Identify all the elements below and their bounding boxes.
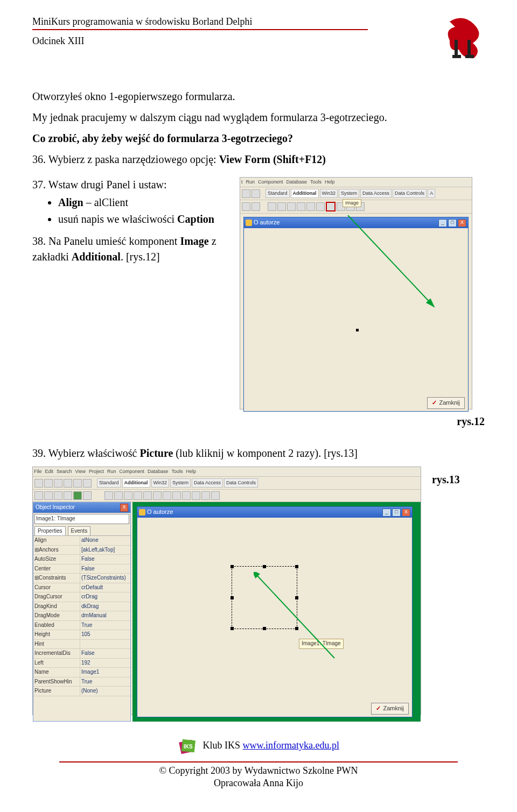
component-icon bbox=[201, 491, 210, 500]
toolbar-row-1: Standard Additional Win32 System Data Ac… bbox=[33, 477, 421, 490]
component-icon bbox=[143, 491, 152, 500]
app-icon bbox=[139, 509, 145, 516]
tab-standard: Standard bbox=[97, 478, 121, 488]
run-icon bbox=[73, 491, 82, 500]
tab-win32: Win32 bbox=[151, 478, 170, 488]
component-icon bbox=[192, 491, 200, 500]
screenshot-rys12: t Run Component Database Tools Help Stan… bbox=[240, 177, 472, 409]
tool-icon bbox=[64, 491, 72, 500]
prop-row: ⊞Constraints(TSizeConstraints) bbox=[33, 574, 130, 583]
component-icon bbox=[182, 491, 191, 500]
step-37-bullet-1: Align – alClient bbox=[58, 195, 232, 210]
svg-rect-3 bbox=[465, 55, 474, 58]
minimize-icon: _ bbox=[382, 509, 391, 517]
step-37-bullet-2: usuń napis we właściwości Caption bbox=[58, 211, 232, 227]
prop-row: Picture(None) bbox=[33, 687, 130, 696]
prop-row: AutoSizeFalse bbox=[33, 555, 130, 564]
screenshot-rys13: File Edit Search View Project Run Compon… bbox=[32, 467, 421, 715]
close-button: ✓ Zamknij bbox=[427, 397, 465, 409]
prop-row: Height105 bbox=[33, 630, 130, 640]
property-grid: AlignalNone ⊞Anchors[akLeft,akTop] AutoS… bbox=[33, 535, 130, 721]
tab-standard: Standard bbox=[266, 189, 290, 198]
oi-title-text: Object Inspector bbox=[36, 504, 75, 512]
resize-handle bbox=[230, 596, 234, 599]
tool-icon bbox=[251, 202, 260, 211]
tab-system: System bbox=[339, 189, 359, 198]
tool-icon bbox=[34, 479, 43, 488]
step-36: 36. Wybierz z paska narzędziowego opcję:… bbox=[32, 152, 485, 167]
question: Co zrobić, aby żeby wejść do formularza … bbox=[32, 131, 485, 146]
tab-data-access: Data Access bbox=[360, 189, 392, 198]
tool-icon bbox=[54, 479, 62, 488]
maximize-icon: □ bbox=[448, 219, 457, 227]
iks-logo-icon: IKS bbox=[178, 737, 197, 756]
tool-icon bbox=[34, 491, 43, 500]
resize-handle bbox=[230, 565, 234, 568]
episode-label: Odcinek XIII bbox=[32, 36, 442, 47]
copyright-line-1: © Copyright 2003 by Wydawnictwo Szkolne … bbox=[32, 765, 485, 777]
component-icon bbox=[114, 491, 123, 500]
resize-handle bbox=[295, 627, 298, 630]
toolbar-row-2 bbox=[33, 490, 421, 502]
prop-row: NameImage1 bbox=[33, 668, 130, 677]
close-icon: X bbox=[402, 509, 410, 517]
tab-system: System bbox=[170, 478, 191, 488]
resize-handle bbox=[263, 627, 266, 630]
form-window: O autorze _ □ X ✓ Zamknij bbox=[243, 217, 469, 412]
prop-row: DragModedmManual bbox=[33, 611, 130, 621]
copyright-line-2: Opracowała Anna Kijo bbox=[32, 777, 485, 789]
tool-icon bbox=[44, 479, 53, 488]
svg-rect-2 bbox=[452, 55, 461, 58]
component-icon bbox=[163, 491, 171, 500]
component-icon bbox=[104, 491, 113, 500]
tool-icon bbox=[54, 491, 62, 500]
tool-icon bbox=[44, 491, 53, 500]
menubar: t Run Component Database Tools Help bbox=[240, 178, 472, 187]
prop-row: ParentShowHinTrue bbox=[33, 677, 130, 687]
prop-row: CursorcrDefault bbox=[33, 583, 130, 593]
step-38: 38. Na Panelu umieść komponent Image z z… bbox=[32, 234, 232, 265]
tab-data-controls: Data Controls bbox=[393, 189, 427, 198]
footer-divider bbox=[59, 761, 457, 762]
toolbar-row-1: Standard Additional Win32 System Data Ac… bbox=[240, 187, 472, 200]
form-title: O autorze bbox=[254, 218, 280, 227]
publisher-logo bbox=[447, 16, 485, 59]
footer-club-text: Klub IKS bbox=[203, 740, 243, 751]
form-title: O autorze bbox=[147, 508, 173, 517]
oi-tab-events: Events bbox=[68, 526, 91, 536]
resize-handle bbox=[230, 627, 234, 630]
component-icon bbox=[211, 491, 220, 500]
prop-row: DragCursorcrDrag bbox=[33, 592, 130, 602]
tooltip-hint: Image1: TImage bbox=[299, 639, 344, 649]
image-component-icon bbox=[326, 202, 336, 211]
tool-icon bbox=[64, 479, 72, 488]
app-icon bbox=[246, 220, 252, 226]
step-39: 39. Wybierz właściwość Picture (lub klik… bbox=[32, 446, 485, 461]
component-icon bbox=[287, 202, 296, 211]
handle-dot bbox=[356, 329, 359, 331]
component-icon bbox=[124, 491, 132, 500]
tool-icon bbox=[73, 479, 82, 488]
svg-text:IKS: IKS bbox=[184, 744, 193, 750]
paragraph-1: Otworzyłeś okno 1-egopierwszego formular… bbox=[32, 89, 485, 104]
prop-row: Left192 bbox=[33, 659, 130, 668]
tab-additional: Additional bbox=[122, 478, 150, 488]
footer-link[interactable]: www.informatyka.edu.pl bbox=[243, 740, 339, 751]
check-icon: ✓ bbox=[432, 399, 437, 407]
resize-handle bbox=[263, 565, 266, 568]
resize-handle bbox=[295, 596, 298, 599]
prop-row: EnabledTrue bbox=[33, 621, 130, 631]
menubar: File Edit Search View Project Run Compon… bbox=[33, 467, 421, 477]
prop-row: CenterFalse bbox=[33, 564, 130, 574]
component-icon bbox=[172, 491, 181, 500]
prop-row: DragKinddkDrag bbox=[33, 602, 130, 612]
tab-more: A bbox=[428, 189, 435, 198]
tool-icon bbox=[83, 491, 92, 500]
svg-rect-0 bbox=[455, 40, 458, 56]
maximize-icon: □ bbox=[392, 509, 401, 517]
tab-data-access: Data Access bbox=[192, 478, 223, 488]
tool-icon bbox=[242, 189, 250, 198]
component-icon bbox=[277, 202, 286, 211]
component-icon bbox=[316, 202, 325, 211]
page-title: MiniKurs programowania w środowisku Borl… bbox=[32, 16, 368, 30]
